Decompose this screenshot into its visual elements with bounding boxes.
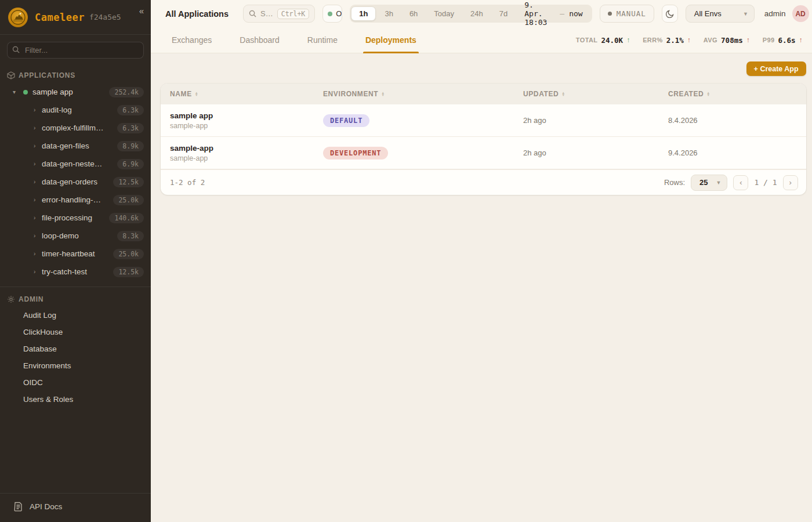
search-shortcut-kbd: Ctrl+K — [277, 9, 310, 19]
create-app-button[interactable]: + Create App — [746, 61, 806, 76]
date-separator: – — [560, 9, 564, 18]
manual-dot — [608, 12, 612, 16]
created-value: 9.4.2026 — [659, 148, 806, 157]
sidebar-item-data-gen-nested[interactable]: ›data-gen-neste…6.9k — [0, 155, 151, 173]
date-range-display[interactable]: 9. Apr. 18:03 – now — [516, 1, 590, 27]
time-range-today[interactable]: Today — [426, 7, 462, 20]
manual-refresh-button[interactable]: MANUAL — [600, 5, 654, 23]
deployments-content: + Create App NAME▲▼ ENVIRONMENT▲▼ UPDATE… — [151, 53, 812, 522]
count-badge: 252.4k — [109, 87, 144, 97]
column-header-updated[interactable]: UPDATED▲▼ — [514, 90, 659, 98]
rows-per-page-select[interactable]: 25 ▼ — [691, 175, 727, 191]
status-dot — [23, 90, 28, 95]
sidebar-item-error-handling[interactable]: ›error-handling-…25.0k — [0, 191, 151, 209]
sidebar-collapse-icon[interactable]: « — [139, 6, 144, 16]
result-range: 1-2 of 2 — [170, 178, 205, 187]
search-icon — [249, 10, 256, 17]
column-header-environment[interactable]: ENVIRONMENT▲▼ — [314, 90, 514, 98]
app-version: f24a5e5 — [89, 13, 121, 21]
time-range-3h[interactable]: 3h — [377, 7, 400, 20]
arrow-up-icon: ↑ — [626, 36, 630, 44]
environment-badge: DEFAULT — [323, 114, 369, 127]
sidebar-item-environments[interactable]: Environments — [0, 357, 151, 374]
chevron-right-icon[interactable]: › — [34, 251, 42, 257]
sidebar-item-file-processing[interactable]: ›file-processing140.6k — [0, 209, 151, 227]
cube-icon — [7, 71, 15, 79]
chevron-right-icon[interactable]: › — [34, 215, 42, 221]
sidebar-item-loop-demo[interactable]: ›loop-demo8.3k — [0, 227, 151, 245]
next-page-button[interactable]: › — [783, 175, 798, 190]
avatar[interactable]: AD — [792, 5, 809, 22]
count-badge: 140.6k — [109, 213, 144, 223]
app-logo-title: Cameleer — [35, 12, 85, 23]
date-to: now — [569, 9, 582, 18]
sidebar-item-data-gen-orders[interactable]: ›data-gen-orders12.5k — [0, 173, 151, 191]
chevron-right-icon[interactable]: › — [34, 233, 42, 239]
gear-icon — [7, 295, 15, 303]
environment-badge: DEVELOPMENT — [323, 147, 388, 160]
filter-input[interactable] — [7, 42, 144, 59]
sidebar-item-complex-fulfillment[interactable]: ›complex-fulfillm…6.3k — [0, 119, 151, 137]
arrow-up-icon: ↑ — [687, 36, 691, 44]
column-header-name[interactable]: NAME▲▼ — [161, 90, 314, 98]
sidebar-item-audit-log-admin[interactable]: Audit Log — [0, 307, 151, 324]
deployment-name: sample app — [170, 111, 314, 120]
chevron-right-icon[interactable]: › — [34, 143, 42, 149]
sidebar-item-try-catch-test[interactable]: ›try-catch-test12.5k — [0, 263, 151, 281]
sort-icon: ▲▼ — [561, 92, 566, 96]
chevron-right-icon[interactable]: › — [34, 125, 42, 131]
sidebar-app-root[interactable]: ▾ sample app 252.4k — [0, 83, 151, 101]
time-range-7d[interactable]: 7d — [492, 7, 515, 20]
chevron-down-icon[interactable]: ▾ — [13, 89, 21, 95]
deployment-name: sample-app — [170, 144, 314, 153]
deployments-table: NAME▲▼ ENVIRONMENT▲▼ UPDATED▲▼ CREATED▲▼… — [161, 84, 806, 195]
document-icon — [14, 502, 23, 512]
table-footer: 1-2 of 2 Rows: 25 ▼ ‹ 1 / 1 › — [161, 169, 806, 195]
count-badge: 12.5k — [113, 267, 144, 277]
count-badge: 25.0k — [113, 195, 144, 205]
admin-section: ADMIN Audit Log ClickHouse Database Envi… — [0, 287, 151, 408]
applications-section-header: APPLICATIONS — [0, 66, 151, 83]
theme-toggle-button[interactable] — [662, 5, 678, 23]
tab-deployments[interactable]: Deployments — [365, 27, 416, 53]
global-search-button[interactable]: S… Ctrl+K — [243, 5, 315, 23]
sidebar-item-oidc[interactable]: OIDC — [0, 374, 151, 391]
chevron-right-icon[interactable]: › — [34, 269, 42, 275]
count-badge: 12.5k — [113, 177, 144, 187]
metrics-summary: TOTAL 24.0K ↑ ERR% 2.1% ↑ AVG 708ms ↑ P9… — [576, 36, 803, 45]
chevron-right-icon[interactable]: › — [34, 179, 42, 185]
sidebar: Cameleer f24a5e5 « APPLICATIONS ▾ sample… — [0, 0, 151, 522]
sidebar-item-timer-heartbeat[interactable]: ›timer-heartbeat25.0k — [0, 245, 151, 263]
sidebar-filter — [7, 42, 144, 59]
deployment-slug: sample-app — [170, 154, 314, 162]
chevron-right-icon[interactable]: › — [34, 161, 42, 167]
sidebar-item-data-gen-files[interactable]: ›data-gen-files8.9k — [0, 137, 151, 155]
rows-per-page-label: Rows: — [664, 178, 685, 187]
table-header-row: NAME▲▼ ENVIRONMENT▲▼ UPDATED▲▼ CREATED▲▼ — [161, 84, 806, 104]
api-docs-link[interactable]: API Docs — [0, 493, 151, 522]
environment-select[interactable]: All Envs ▼ — [686, 5, 755, 23]
prev-page-button[interactable]: ‹ — [733, 175, 748, 190]
table-row[interactable]: sample-app sample-app DEVELOPMENT 2h ago… — [161, 137, 806, 169]
tab-dashboard[interactable]: Dashboard — [240, 27, 280, 53]
sidebar-item-clickhouse[interactable]: ClickHouse — [0, 324, 151, 340]
tab-exchanges[interactable]: Exchanges — [172, 27, 212, 53]
chevron-right-icon[interactable]: › — [34, 197, 42, 203]
chevron-right-icon[interactable]: › — [34, 107, 42, 113]
online-status-button[interactable]: O — [322, 5, 342, 23]
table-row[interactable]: sample app sample-app DEFAULT 2h ago 8.4… — [161, 104, 806, 137]
page-title: All Applications — [165, 9, 229, 19]
moon-icon — [665, 9, 675, 19]
tab-runtime[interactable]: Runtime — [307, 27, 338, 53]
sidebar-item-database[interactable]: Database — [0, 340, 151, 357]
sidebar-item-audit-log[interactable]: ›audit-log6.3k — [0, 101, 151, 119]
count-badge: 6.9k — [117, 159, 144, 169]
time-range-6h[interactable]: 6h — [402, 7, 425, 20]
time-range-1h[interactable]: 1h — [351, 6, 376, 21]
column-header-created[interactable]: CREATED▲▼ — [659, 90, 806, 98]
stat-total: TOTAL 24.0K ↑ — [576, 36, 630, 45]
date-from: 9. Apr. 18:03 — [524, 1, 555, 27]
time-range-24h[interactable]: 24h — [463, 7, 491, 20]
topbar: All Applications S… Ctrl+K O 1h 3h 6h To… — [151, 0, 812, 27]
sidebar-item-users-roles[interactable]: Users & Roles — [0, 391, 151, 408]
